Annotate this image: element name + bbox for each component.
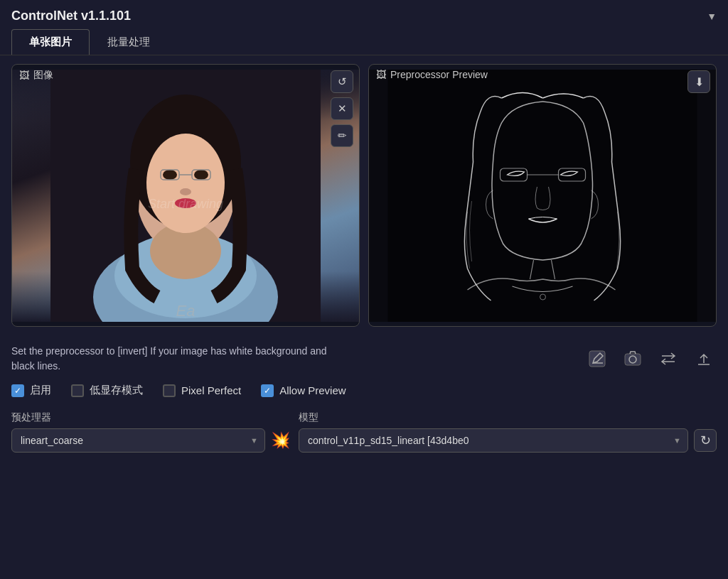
allow-preview-checkbox-box[interactable]: ✓	[261, 384, 274, 397]
allow-preview-label: Allow Preview	[279, 384, 346, 396]
svg-text:Start drawing: Start drawing	[148, 197, 223, 211]
svg-point-7	[163, 170, 177, 180]
lineart-svg	[369, 70, 716, 322]
model-label: 模型	[299, 411, 717, 424]
allow-preview-checkbox[interactable]: ✓ Allow Preview	[261, 384, 346, 397]
upload-action-icon[interactable]	[691, 346, 717, 372]
preprocessor-select[interactable]: lineart_coarse	[11, 428, 265, 453]
image-panel-icon: 🖼	[19, 70, 29, 81]
hint-text: Set the preprocessor to [invert] If your…	[11, 344, 327, 374]
input-photo: Start drawing Start drawing	[12, 70, 359, 322]
undo-button[interactable]: ↺	[331, 70, 353, 93]
edit-action-icon[interactable]	[584, 346, 610, 372]
pixel-perfect-checkbox-box[interactable]	[163, 384, 176, 397]
model-dropdown-wrapper: control_v11p_sd15_lineart [43d4be0	[299, 428, 688, 453]
close-button[interactable]: ✕	[331, 97, 353, 120]
tab-bar: 单张图片 批量处理	[0, 29, 728, 55]
svg-point-8	[194, 170, 208, 180]
image-panel-label: 图像	[33, 69, 53, 82]
input-panel-header: 🖼 图像	[12, 65, 60, 86]
preprocessor-group: 预处理器 lineart_coarse 💥	[11, 411, 290, 453]
preprocessor-dropdown-row: lineart_coarse 💥	[11, 428, 290, 453]
pixel-perfect-label: Pixel Perfect	[181, 384, 241, 396]
tab-single[interactable]: 单张图片	[11, 29, 90, 55]
pixel-perfect-checkbox[interactable]: Pixel Perfect	[163, 384, 241, 397]
enable-label: 启用	[30, 384, 51, 397]
title-bar: ControlNet v1.1.101 ▼	[0, 0, 728, 29]
hint-row: Set the preprocessor to [invert] If your…	[0, 338, 728, 377]
preview-panel-header: 🖼 Preprocessor Preview	[369, 65, 495, 85]
edit-button[interactable]: ✏	[331, 124, 353, 147]
preprocessor-label: 预处理器	[11, 411, 290, 424]
svg-rect-15	[388, 70, 697, 322]
preview-image-area	[369, 65, 716, 326]
input-image-panel: 🖼 图像 ↺ ✕ ✏	[11, 64, 360, 327]
image-controls: ↺ ✕ ✏	[331, 70, 353, 147]
input-image-area[interactable]: Start drawing Start drawing Ea	[12, 65, 359, 326]
preview-panel-label: Preprocessor Preview	[390, 69, 488, 80]
action-icons	[584, 346, 717, 372]
svg-point-6	[146, 134, 225, 233]
model-dropdown-row: control_v11p_sd15_lineart [43d4be0 ↻	[299, 428, 717, 453]
model-group: 模型 control_v11p_sd15_lineart [43d4be0 ↻	[299, 411, 717, 453]
svg-point-12	[180, 188, 191, 195]
fire-icon[interactable]: 💥	[271, 431, 290, 450]
checkboxes-row: ✓ 启用 低显存模式 Pixel Perfect ✓ Allow Preview	[0, 377, 728, 404]
swap-action-icon[interactable]	[655, 346, 681, 372]
images-row: 🖼 图像 ↺ ✕ ✏	[0, 64, 728, 327]
preview-image-panel: 🖼 Preprocessor Preview ⬇	[368, 64, 717, 327]
model-select[interactable]: control_v11p_sd15_lineart [43d4be0	[299, 428, 688, 453]
low-vram-checkbox-box[interactable]	[71, 384, 84, 397]
app-title: ControlNet v1.1.101	[11, 9, 131, 23]
enable-checkbox[interactable]: ✓ 启用	[11, 384, 51, 397]
collapse-icon[interactable]: ▼	[707, 11, 717, 22]
preview-lineart	[369, 70, 716, 322]
portrait-svg: Start drawing	[12, 70, 359, 322]
low-vram-label: 低显存模式	[90, 384, 143, 397]
refresh-button[interactable]: ↻	[694, 429, 717, 452]
svg-rect-22	[589, 351, 605, 367]
enable-checkbox-box[interactable]: ✓	[11, 384, 24, 397]
camera-action-icon[interactable]	[620, 346, 646, 372]
download-button[interactable]: ⬇	[687, 70, 710, 93]
tab-batch[interactable]: 批量处理	[90, 29, 168, 55]
preprocessor-dropdown-wrapper: lineart_coarse	[11, 428, 265, 453]
dropdowns-row: 预处理器 lineart_coarse 💥 模型 control_v11p_sd…	[0, 404, 728, 461]
preview-panel-icon: 🖼	[376, 69, 386, 80]
low-vram-checkbox[interactable]: 低显存模式	[71, 384, 143, 397]
